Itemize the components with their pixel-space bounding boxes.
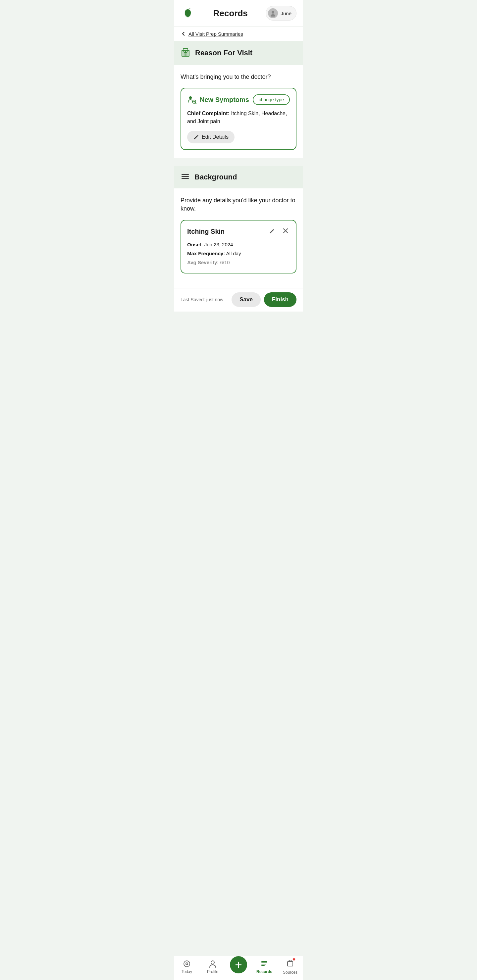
symptom-type-label: New Symptoms — [200, 96, 249, 103]
plus-icon — [234, 960, 243, 969]
svg-point-14 — [184, 961, 190, 967]
avg-severity-label: Avg Severity: — [187, 259, 219, 265]
edit-pencil-icon — [269, 227, 276, 234]
svg-point-3 — [271, 14, 275, 17]
records-tab-label: Records — [256, 969, 272, 974]
itching-card-header: Itching Skin — [187, 226, 290, 237]
back-arrow-icon — [180, 31, 187, 37]
tab-profile[interactable]: Profile — [200, 959, 226, 974]
section-separator — [174, 158, 303, 166]
itching-card-actions — [268, 226, 290, 237]
background-section-header: Background — [174, 166, 303, 188]
remove-itching-button[interactable] — [281, 226, 290, 237]
reason-for-visit-section-header: Reason For Visit — [174, 41, 303, 65]
today-icon — [182, 959, 191, 968]
pencil-icon — [193, 134, 199, 140]
hamburger-lines-icon — [180, 172, 190, 183]
chief-complaint: Chief Complaint: Itching Skin, Headache,… — [187, 110, 290, 126]
symptom-type-group: New Symptoms — [187, 95, 249, 104]
svg-rect-10 — [183, 51, 184, 52]
svg-rect-9 — [184, 52, 187, 53]
svg-rect-11 — [187, 51, 188, 52]
onset-label: Onset: — [187, 242, 203, 247]
max-freq-row: Max Frequency: All day — [187, 249, 290, 258]
close-icon — [282, 227, 289, 234]
symptom-card-header: New Symptoms change type — [187, 94, 290, 105]
avg-severity-value: 6/10 — [220, 259, 230, 265]
breadcrumb[interactable]: All Visit Prep Summaries — [180, 31, 297, 37]
itching-details: Onset: Jun 23, 2024 Max Frequency: All d… — [187, 240, 290, 267]
sources-icon-wrapper — [286, 959, 295, 969]
last-saved-text: Last Saved: just now — [180, 297, 223, 302]
background-question: Provide any details you'd like your doct… — [180, 196, 297, 213]
tab-bar: Today Profile Records Sou — [174, 956, 303, 980]
edit-details-label: Edit Details — [202, 134, 228, 140]
reason-for-visit-question: What's bringing you to the doctor? — [180, 73, 297, 81]
max-freq-value: All day — [226, 251, 241, 256]
breadcrumb-label: All Visit Prep Summaries — [188, 31, 243, 37]
user-name: June — [281, 11, 292, 16]
profile-icon — [208, 959, 217, 968]
new-symptoms-icon — [187, 95, 196, 104]
svg-rect-17 — [287, 961, 293, 966]
breadcrumb-bar: All Visit Prep Summaries — [174, 27, 303, 41]
background-title: Background — [195, 173, 237, 181]
avatar — [268, 8, 278, 18]
svg-point-2 — [272, 11, 274, 14]
itching-skin-title: Itching Skin — [187, 228, 225, 235]
hospital-building-icon — [180, 47, 190, 59]
tab-records[interactable]: Records — [251, 959, 277, 974]
tab-sources[interactable]: Sources — [277, 959, 303, 975]
app-logo — [180, 5, 195, 21]
today-tab-label: Today — [182, 969, 192, 974]
symptom-card: New Symptoms change type Chief Complaint… — [180, 88, 297, 150]
onset-row: Onset: Jun 23, 2024 — [187, 240, 290, 249]
svg-rect-6 — [185, 53, 187, 56]
bottom-actions: Save Finish — [231, 292, 297, 307]
finish-button[interactable]: Finish — [264, 292, 297, 307]
svg-point-16 — [211, 961, 214, 964]
sources-tab-label: Sources — [283, 970, 297, 975]
save-button[interactable]: Save — [231, 292, 261, 307]
svg-point-12 — [189, 96, 192, 99]
app-header: Records June — [174, 0, 303, 27]
add-button[interactable] — [230, 956, 247, 974]
tab-add[interactable] — [226, 960, 251, 974]
edit-itching-button[interactable] — [268, 226, 277, 237]
background-content: Provide any details you'd like your doct… — [174, 188, 303, 288]
change-type-button[interactable]: change type — [253, 94, 290, 105]
records-icon — [260, 959, 269, 968]
notification-dot — [292, 958, 295, 961]
bottom-action-bar: Last Saved: just now Save Finish — [174, 288, 303, 312]
itching-skin-card: Itching Skin Onset: Jun 23, 2024 — [180, 220, 297, 274]
profile-tab-label: Profile — [207, 969, 218, 974]
svg-point-15 — [186, 963, 188, 965]
tab-today[interactable]: Today — [174, 959, 200, 974]
user-pill[interactable]: June — [266, 6, 297, 21]
page-title: Records — [213, 8, 248, 19]
avg-severity-row: Avg Severity: 6/10 — [187, 258, 290, 267]
max-freq-label: Max Frequency: — [187, 251, 225, 256]
edit-details-button[interactable]: Edit Details — [187, 131, 235, 143]
chief-complaint-label: Chief Complaint: — [187, 111, 230, 116]
onset-value: Jun 23, 2024 — [204, 242, 233, 247]
reason-for-visit-title: Reason For Visit — [195, 49, 252, 57]
reason-for-visit-content: What's bringing you to the doctor? New S… — [174, 65, 303, 158]
